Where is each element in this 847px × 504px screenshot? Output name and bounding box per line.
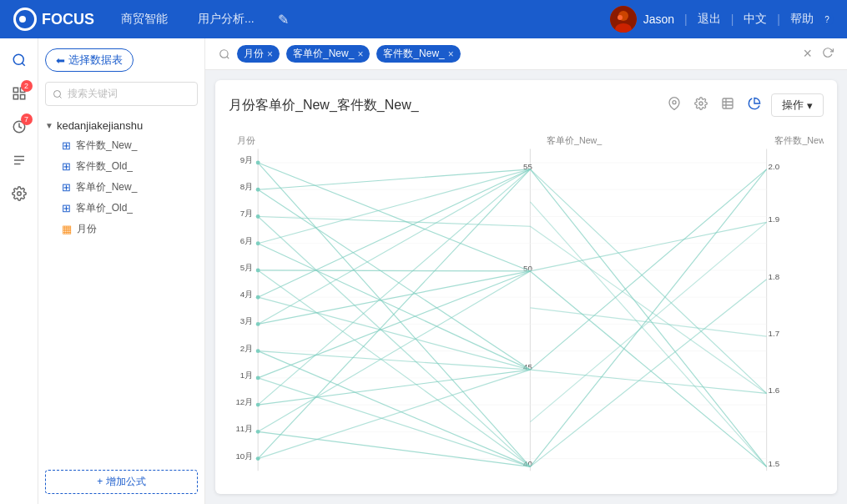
svg-text:客件数_New_: 客件数_New_ [774,135,824,145]
svg-line-59 [258,216,530,466]
svg-line-82 [530,222,766,271]
tag-kejian[interactable]: 客件数_New_ × [376,45,460,63]
sidebar-icon-settings[interactable] [4,179,34,209]
logo-icon [13,8,37,31]
svg-point-98 [256,349,260,353]
nav-edit-icon[interactable]: ✎ [278,12,289,28]
tree-item-kejian-new[interactable]: ⊞ 客件数_New_ [45,135,198,156]
svg-point-96 [256,295,260,300]
svg-line-68 [258,169,530,325]
search-clear-button[interactable]: × [803,45,812,63]
svg-point-4 [13,54,23,64]
svg-line-90 [530,202,766,466]
svg-text:11月: 11月 [235,424,253,433]
svg-text:1月: 1月 [240,370,253,380]
svg-line-80 [530,169,766,394]
svg-line-55 [258,163,530,466]
chart-settings-button[interactable] [691,93,711,117]
svg-rect-8 [20,95,24,99]
tree-item-label-1: 客件数_New_ [76,139,137,153]
search-bar-icon [219,48,230,60]
sidebar-icon-search[interactable] [4,45,34,75]
tag-kejian-label: 客件数_New_ [383,47,444,61]
user-area: Jason | 退出 | 中文 | 帮助 ? [610,6,834,33]
svg-text:2月: 2月 [240,344,253,353]
y-axis-left-label: 月份 [237,135,255,145]
svg-text:10月: 10月 [235,451,253,461]
tag-yuefen[interactable]: 月份 × [237,45,280,63]
tag-kedanjia[interactable]: 客单价_New_ × [286,45,370,63]
add-formula-label: + 增加公式 [97,475,145,489]
svg-point-99 [256,375,260,380]
select-table-button[interactable]: ⬅ 选择数据表 [45,48,134,72]
pie-chart-button[interactable] [744,93,764,117]
top-navigation: FOCUS 商贸智能 用户分析... ✎ Jason | 退出 | 中文 | 帮… [0,0,847,38]
svg-line-65 [258,169,530,297]
logout-link[interactable]: 退出 [698,12,721,27]
chart-svg: 月份 9月 8月 7月 6月 5月 4月 3月 2月 1月 12月 11月 10… [229,127,824,481]
svg-point-93 [256,214,260,219]
arrow-left-icon: ⬅ [56,54,65,67]
svg-text:1.9: 1.9 [769,214,780,224]
svg-point-13 [673,101,676,104]
svg-point-11 [54,90,61,97]
svg-line-73 [258,370,530,405]
sidebar-icon-clock[interactable]: 7 [4,112,34,142]
tree-item-kejian-old[interactable]: ⊞ 客件数_Old_ [45,156,198,177]
add-formula-button[interactable]: + 增加公式 [45,470,198,494]
svg-line-66 [258,297,530,370]
tree-item-label-3: 客单价_New_ [76,180,137,194]
tree-item-kedanjia-old[interactable]: ⊞ 客单价_Old_ [45,198,198,219]
tag-kedanjia-label: 客单价_New_ [293,47,354,61]
sidebar-icon-bookmark[interactable] [4,145,34,175]
search-placeholder: 搜索关键词 [68,87,118,101]
left-panel: ⬅ 选择数据表 搜索关键词 ▼ kedanjiakejianshu ⊞ 客件数_… [38,38,205,504]
svg-point-14 [699,102,703,105]
nav-item-users[interactable]: 用户分析... [191,8,261,30]
svg-text:4月: 4月 [240,290,253,299]
tag-yuefen-close[interactable]: × [267,48,273,60]
svg-text:1.6: 1.6 [769,386,780,395]
clock-badge: 7 [21,113,33,125]
tag-kedanjia-close[interactable]: × [357,48,363,60]
nav-item-commerce[interactable]: 商贸智能 [114,8,174,30]
svg-line-70 [258,351,530,370]
sidebar-icon-data[interactable]: 2 [4,78,34,108]
tree-item-yuefen[interactable]: ▦ 月份 [45,219,198,239]
chart-header: 月份客单价_New_客件数_New_ 操作 [229,93,824,117]
date-icon: ▦ [62,223,72,235]
measure-icon-1: ⊞ [62,139,71,152]
svg-point-97 [256,322,260,326]
search-refresh-button[interactable] [822,47,834,61]
svg-text:5月: 5月 [240,263,253,272]
tree-item-label-2: 客件数_Old_ [76,159,133,174]
svg-text:12月: 12月 [235,397,253,406]
tree-item-label-4: 客单价_Old_ [76,201,133,215]
operate-button[interactable]: 操作 ▾ [771,93,824,117]
svg-line-62 [258,169,530,244]
tree-item-kedanjia-new[interactable]: ⊞ 客单价_New_ [45,177,198,198]
divider-2: | [731,13,734,26]
divider-3: | [777,13,780,26]
chart-actions: 操作 ▾ [664,93,824,117]
measure-icon-4: ⊞ [62,202,71,214]
table-view-button[interactable] [718,93,738,117]
pin-button[interactable] [664,93,684,117]
lang-link[interactable]: 中文 [744,12,767,27]
svg-text:1.7: 1.7 [769,329,780,338]
search-bar-area: 月份 × 客单价_New_ × 客件数_New_ × × [205,38,847,70]
tree-root[interactable]: ▼ kedanjiakejianshu [45,116,198,135]
svg-rect-7 [13,95,18,99]
measure-icon-3: ⊞ [62,181,71,194]
main-layout: 2 7 ⬅ 选择数据表 搜索关键词 ▼ kedanjiakejianshu [0,38,847,504]
tag-kejian-close[interactable]: × [448,48,454,60]
chevron-down-icon: ▾ [807,99,813,112]
svg-line-78 [258,370,530,458]
svg-text:客单价_New_: 客单价_New_ [547,135,602,145]
svg-point-95 [256,269,260,273]
keyword-search-box[interactable]: 搜索关键词 [45,82,198,106]
tree-arrow-icon: ▼ [45,121,53,130]
svg-point-91 [256,161,260,165]
svg-point-94 [256,241,260,245]
help-link[interactable]: 帮助 [790,12,814,27]
